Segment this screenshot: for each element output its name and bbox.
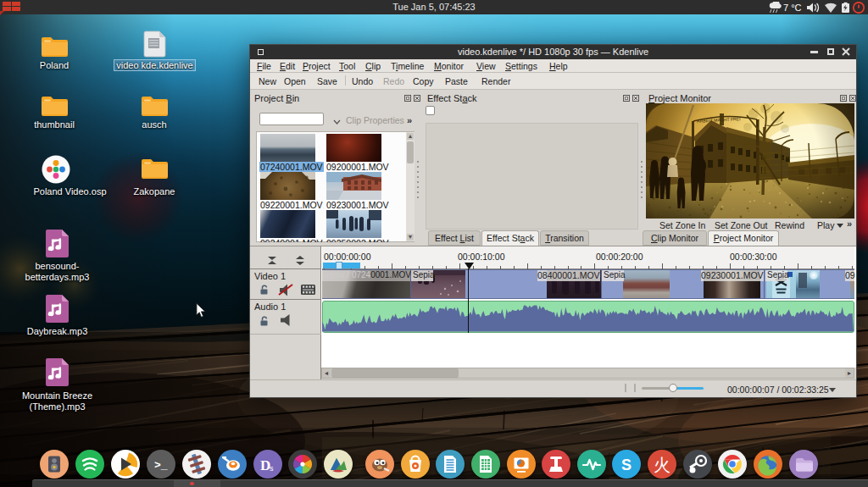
svg-text:>_: >_ <box>154 459 168 472</box>
svg-text:火: 火 <box>654 456 670 474</box>
svg-text:S: S <box>621 457 632 473</box>
svg-text:s: s <box>270 464 274 473</box>
